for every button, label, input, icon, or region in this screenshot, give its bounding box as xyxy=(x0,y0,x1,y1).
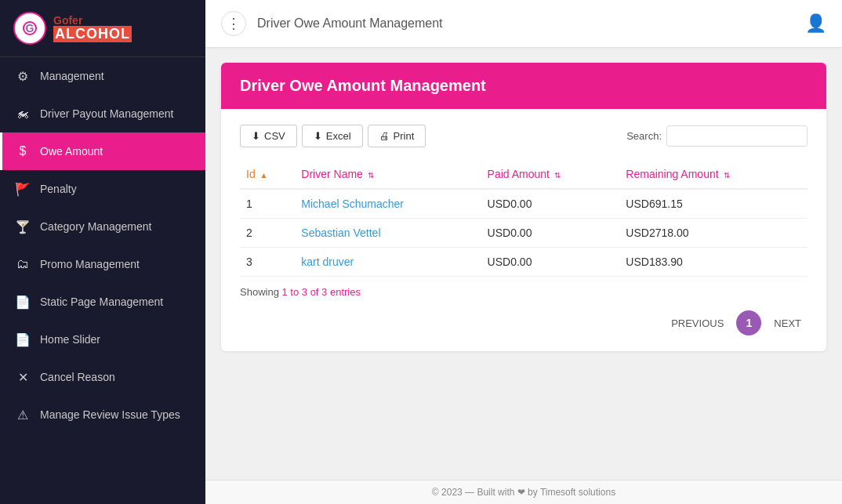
sidebar-item-driver-payout[interactable]: 🏍 Driver Payout Management xyxy=(0,95,205,132)
category-icon: 🍸 xyxy=(15,219,31,234)
sidebar-item-owe-amount-label: Owe Amount xyxy=(40,144,103,158)
cell-id: 3 xyxy=(240,248,295,277)
col-id[interactable]: Id ▲ xyxy=(240,160,295,189)
excel-icon: ⬇ xyxy=(314,130,322,142)
col-driver-name[interactable]: Driver Name ⇅ xyxy=(295,160,481,189)
next-button[interactable]: NEXT xyxy=(768,314,808,332)
sidebar-item-static-page[interactable]: 📄 Static Page Management xyxy=(0,283,205,321)
cell-remaining-amount: USD691.15 xyxy=(619,189,808,219)
print-button[interactable]: 🖨 Print xyxy=(368,125,426,147)
toolbar: ⬇ CSV ⬇ Excel 🖨 Print Search: xyxy=(240,125,808,147)
col-remaining-amount-label: Remaining Amount xyxy=(626,168,718,180)
table-row: 2 Sebastian Vettel USD0.00 USD2718.00 xyxy=(240,219,808,248)
promo-icon: 🗂 xyxy=(15,256,31,272)
next-label: NEXT xyxy=(774,317,801,329)
col-remaining-sort-icon: ⇅ xyxy=(724,171,730,179)
cancel-reason-icon: ✕ xyxy=(15,369,31,385)
search-input[interactable] xyxy=(666,125,808,147)
management-icon: ⚙ xyxy=(15,68,31,84)
page-number-1[interactable]: 1 xyxy=(736,310,761,335)
sidebar-item-owe-amount[interactable]: $ Owe Amount xyxy=(0,132,205,170)
print-label: Print xyxy=(394,130,415,142)
sidebar-item-category[interactable]: 🍸 Category Management xyxy=(0,208,205,245)
excel-button[interactable]: ⬇ Excel xyxy=(302,125,363,147)
cell-driver-name: Michael Schumacher xyxy=(295,189,481,219)
review-issue-icon: ⚠ xyxy=(15,407,31,422)
svg-text:G: G xyxy=(26,22,34,34)
sidebar-item-home-slider[interactable]: 📄 Home Slider xyxy=(0,321,205,358)
col-id-sort-icon: ▲ xyxy=(260,171,268,179)
cell-paid-amount: USD0.00 xyxy=(481,219,620,248)
col-remaining-amount[interactable]: Remaining Amount ⇅ xyxy=(619,160,808,189)
sidebar-item-cancel-reason[interactable]: ✕ Cancel Reason xyxy=(0,358,205,396)
excel-label: Excel xyxy=(326,130,351,142)
sidebar-item-static-page-label: Static Page Management xyxy=(40,295,163,309)
sidebar-item-home-slider-label: Home Slider xyxy=(40,332,100,346)
cell-paid-amount: USD0.00 xyxy=(481,248,620,277)
penalty-icon: 🚩 xyxy=(15,181,31,197)
col-driver-name-label: Driver Name xyxy=(301,168,363,180)
sidebar-item-management[interactable]: ⚙ Management xyxy=(0,57,205,95)
sidebar-item-penalty[interactable]: 🚩 Penalty xyxy=(0,170,205,208)
showing-range: 1 to 3 xyxy=(281,286,307,298)
col-paid-amount[interactable]: Paid Amount ⇅ xyxy=(481,160,620,189)
cell-id: 2 xyxy=(240,219,295,248)
sidebar-item-review-issue-label: Manage Review Issue Types xyxy=(40,408,180,422)
col-id-label: Id xyxy=(246,168,256,180)
main-content: ⋮ Driver Owe Amount Management 👤 Driver … xyxy=(205,0,842,504)
previous-label: PREVIOUS xyxy=(671,317,724,329)
owe-amount-icon: $ xyxy=(15,143,31,159)
previous-button[interactable]: PREVIOUS xyxy=(665,314,730,332)
print-icon: 🖨 xyxy=(379,130,390,142)
cell-driver-name: kart druver xyxy=(295,248,481,277)
static-page-icon: 📄 xyxy=(15,294,31,310)
card-title: Driver Owe Amount Management xyxy=(240,77,486,94)
sidebar-item-cancel-reason-label: Cancel Reason xyxy=(40,370,115,384)
home-slider-icon: 📄 xyxy=(15,332,31,347)
cell-remaining-amount: USD183.90 xyxy=(619,248,808,277)
sidebar-item-management-label: Management xyxy=(40,69,104,83)
table-header-row: Id ▲ Driver Name ⇅ Paid Amount ⇅ xyxy=(240,160,808,189)
page-title: Driver Owe Amount Management xyxy=(257,16,805,31)
card-header: Driver Owe Amount Management xyxy=(221,63,826,109)
card-body: ⬇ CSV ⬇ Excel 🖨 Print Search: xyxy=(221,109,826,351)
page-card: Driver Owe Amount Management ⬇ CSV ⬇ Exc… xyxy=(221,63,826,351)
cell-paid-amount: USD0.00 xyxy=(481,189,620,219)
driver-payout-icon: 🏍 xyxy=(15,106,31,121)
showing-total: of 3 entries xyxy=(310,286,361,298)
search-label: Search: xyxy=(626,130,662,142)
col-driver-sort-icon: ⇅ xyxy=(368,171,374,179)
csv-label: CSV xyxy=(264,130,285,142)
page-content: Driver Owe Amount Management ⬇ CSV ⬇ Exc… xyxy=(205,47,842,480)
dots-icon: ⋮ xyxy=(227,15,241,32)
csv-button[interactable]: ⬇ CSV xyxy=(240,125,297,147)
brand-name-alcohol: ALCOHOL xyxy=(53,26,132,42)
data-table: Id ▲ Driver Name ⇅ Paid Amount ⇅ xyxy=(240,160,808,277)
showing-text: Showing 1 to 3 of 3 entries xyxy=(240,286,808,298)
sidebar-item-review-issue[interactable]: ⚠ Manage Review Issue Types xyxy=(0,396,205,433)
sidebar-item-promo-label: Promo Management xyxy=(40,257,140,271)
table-row: 3 kart druver USD0.00 USD183.90 xyxy=(240,248,808,277)
brand-logo-icon: G xyxy=(13,11,47,45)
cell-id: 1 xyxy=(240,189,295,219)
col-paid-amount-label: Paid Amount xyxy=(488,168,550,180)
footer: © 2023 — Built with ❤ by Timesoft soluti… xyxy=(205,480,842,504)
brand-name-gofer: Gofer xyxy=(53,15,132,26)
sidebar-item-category-label: Category Management xyxy=(40,219,151,234)
top-bar: ⋮ Driver Owe Amount Management 👤 xyxy=(205,0,842,47)
sidebar-item-promo[interactable]: 🗂 Promo Management xyxy=(0,245,205,283)
table-body: 1 Michael Schumacher USD0.00 USD691.15 2… xyxy=(240,189,808,277)
user-icon[interactable]: 👤 xyxy=(805,13,826,34)
sidebar: G Gofer ALCOHOL ⚙ Management 🏍 Driver Pa… xyxy=(0,0,205,504)
sidebar-item-penalty-label: Penalty xyxy=(40,182,77,196)
sidebar-logo: G Gofer ALCOHOL xyxy=(0,0,205,57)
cell-driver-name: Sebastian Vettel xyxy=(295,219,481,248)
col-paid-sort-icon: ⇅ xyxy=(554,171,561,179)
search-area: Search: xyxy=(626,125,808,147)
cell-remaining-amount: USD2718.00 xyxy=(619,219,808,248)
brand-name: Gofer ALCOHOL xyxy=(53,15,132,42)
menu-dots-button[interactable]: ⋮ xyxy=(221,11,246,36)
pagination: PREVIOUS 1 NEXT xyxy=(240,310,808,335)
csv-icon: ⬇ xyxy=(252,130,260,142)
sidebar-item-driver-payout-label: Driver Payout Management xyxy=(40,107,173,121)
